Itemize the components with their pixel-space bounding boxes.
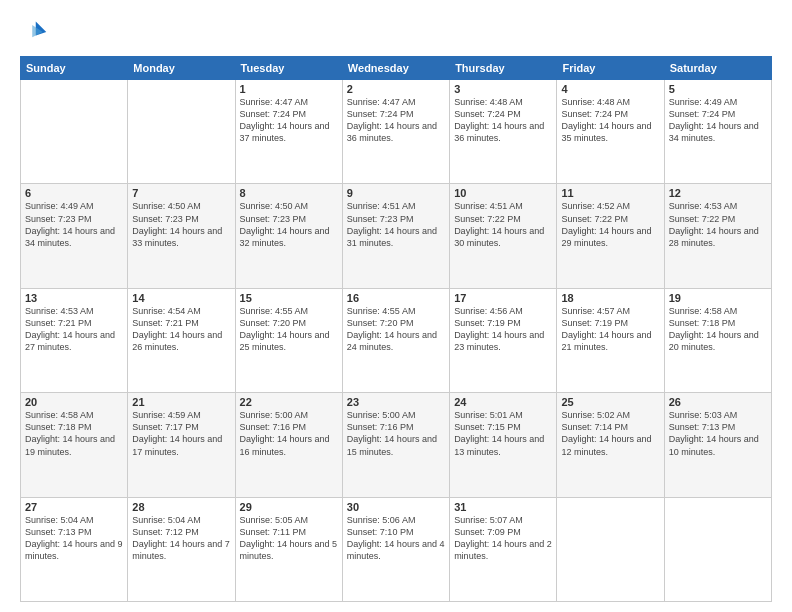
day-info: Sunrise: 4:55 AM Sunset: 7:20 PM Dayligh…	[240, 305, 338, 354]
day-cell: 20Sunrise: 4:58 AM Sunset: 7:18 PM Dayli…	[21, 393, 128, 497]
weekday-header-saturday: Saturday	[664, 57, 771, 80]
day-info: Sunrise: 4:57 AM Sunset: 7:19 PM Dayligh…	[561, 305, 659, 354]
day-number: 17	[454, 292, 552, 304]
day-number: 9	[347, 187, 445, 199]
day-cell: 4Sunrise: 4:48 AM Sunset: 7:24 PM Daylig…	[557, 80, 664, 184]
day-info: Sunrise: 4:53 AM Sunset: 7:21 PM Dayligh…	[25, 305, 123, 354]
day-number: 15	[240, 292, 338, 304]
weekday-header-wednesday: Wednesday	[342, 57, 449, 80]
day-number: 3	[454, 83, 552, 95]
day-number: 13	[25, 292, 123, 304]
day-info: Sunrise: 4:51 AM Sunset: 7:22 PM Dayligh…	[454, 200, 552, 249]
day-info: Sunrise: 4:49 AM Sunset: 7:23 PM Dayligh…	[25, 200, 123, 249]
day-info: Sunrise: 5:02 AM Sunset: 7:14 PM Dayligh…	[561, 409, 659, 458]
day-info: Sunrise: 4:47 AM Sunset: 7:24 PM Dayligh…	[347, 96, 445, 145]
day-info: Sunrise: 4:58 AM Sunset: 7:18 PM Dayligh…	[669, 305, 767, 354]
day-number: 30	[347, 501, 445, 513]
day-number: 18	[561, 292, 659, 304]
week-row-1: 1Sunrise: 4:47 AM Sunset: 7:24 PM Daylig…	[21, 80, 772, 184]
day-cell: 15Sunrise: 4:55 AM Sunset: 7:20 PM Dayli…	[235, 288, 342, 392]
day-number: 5	[669, 83, 767, 95]
day-info: Sunrise: 5:05 AM Sunset: 7:11 PM Dayligh…	[240, 514, 338, 563]
weekday-header-thursday: Thursday	[450, 57, 557, 80]
day-number: 4	[561, 83, 659, 95]
day-cell: 19Sunrise: 4:58 AM Sunset: 7:18 PM Dayli…	[664, 288, 771, 392]
day-number: 31	[454, 501, 552, 513]
day-info: Sunrise: 4:50 AM Sunset: 7:23 PM Dayligh…	[132, 200, 230, 249]
day-cell: 3Sunrise: 4:48 AM Sunset: 7:24 PM Daylig…	[450, 80, 557, 184]
day-number: 23	[347, 396, 445, 408]
day-info: Sunrise: 5:01 AM Sunset: 7:15 PM Dayligh…	[454, 409, 552, 458]
day-number: 27	[25, 501, 123, 513]
day-info: Sunrise: 5:06 AM Sunset: 7:10 PM Dayligh…	[347, 514, 445, 563]
day-info: Sunrise: 4:48 AM Sunset: 7:24 PM Dayligh…	[454, 96, 552, 145]
day-number: 7	[132, 187, 230, 199]
day-info: Sunrise: 4:51 AM Sunset: 7:23 PM Dayligh…	[347, 200, 445, 249]
week-row-2: 6Sunrise: 4:49 AM Sunset: 7:23 PM Daylig…	[21, 184, 772, 288]
day-number: 28	[132, 501, 230, 513]
day-number: 14	[132, 292, 230, 304]
day-number: 2	[347, 83, 445, 95]
logo-icon	[20, 18, 48, 46]
day-cell: 25Sunrise: 5:02 AM Sunset: 7:14 PM Dayli…	[557, 393, 664, 497]
calendar-table: SundayMondayTuesdayWednesdayThursdayFrid…	[20, 56, 772, 602]
day-cell: 26Sunrise: 5:03 AM Sunset: 7:13 PM Dayli…	[664, 393, 771, 497]
day-cell: 30Sunrise: 5:06 AM Sunset: 7:10 PM Dayli…	[342, 497, 449, 601]
day-info: Sunrise: 4:48 AM Sunset: 7:24 PM Dayligh…	[561, 96, 659, 145]
page: SundayMondayTuesdayWednesdayThursdayFrid…	[0, 0, 792, 612]
day-number: 21	[132, 396, 230, 408]
day-cell: 8Sunrise: 4:50 AM Sunset: 7:23 PM Daylig…	[235, 184, 342, 288]
header	[20, 18, 772, 46]
week-row-5: 27Sunrise: 5:04 AM Sunset: 7:13 PM Dayli…	[21, 497, 772, 601]
day-cell: 6Sunrise: 4:49 AM Sunset: 7:23 PM Daylig…	[21, 184, 128, 288]
day-cell: 22Sunrise: 5:00 AM Sunset: 7:16 PM Dayli…	[235, 393, 342, 497]
day-info: Sunrise: 4:50 AM Sunset: 7:23 PM Dayligh…	[240, 200, 338, 249]
day-cell: 23Sunrise: 5:00 AM Sunset: 7:16 PM Dayli…	[342, 393, 449, 497]
day-cell: 12Sunrise: 4:53 AM Sunset: 7:22 PM Dayli…	[664, 184, 771, 288]
day-number: 16	[347, 292, 445, 304]
weekday-header-row: SundayMondayTuesdayWednesdayThursdayFrid…	[21, 57, 772, 80]
day-number: 29	[240, 501, 338, 513]
day-info: Sunrise: 5:03 AM Sunset: 7:13 PM Dayligh…	[669, 409, 767, 458]
day-info: Sunrise: 5:07 AM Sunset: 7:09 PM Dayligh…	[454, 514, 552, 563]
day-cell	[21, 80, 128, 184]
day-info: Sunrise: 5:00 AM Sunset: 7:16 PM Dayligh…	[347, 409, 445, 458]
day-cell: 5Sunrise: 4:49 AM Sunset: 7:24 PM Daylig…	[664, 80, 771, 184]
week-row-4: 20Sunrise: 4:58 AM Sunset: 7:18 PM Dayli…	[21, 393, 772, 497]
day-cell	[664, 497, 771, 601]
day-cell: 2Sunrise: 4:47 AM Sunset: 7:24 PM Daylig…	[342, 80, 449, 184]
day-number: 11	[561, 187, 659, 199]
day-info: Sunrise: 4:54 AM Sunset: 7:21 PM Dayligh…	[132, 305, 230, 354]
day-number: 1	[240, 83, 338, 95]
day-cell: 31Sunrise: 5:07 AM Sunset: 7:09 PM Dayli…	[450, 497, 557, 601]
day-cell	[557, 497, 664, 601]
week-row-3: 13Sunrise: 4:53 AM Sunset: 7:21 PM Dayli…	[21, 288, 772, 392]
day-number: 20	[25, 396, 123, 408]
day-info: Sunrise: 4:53 AM Sunset: 7:22 PM Dayligh…	[669, 200, 767, 249]
day-info: Sunrise: 4:47 AM Sunset: 7:24 PM Dayligh…	[240, 96, 338, 145]
day-info: Sunrise: 4:55 AM Sunset: 7:20 PM Dayligh…	[347, 305, 445, 354]
day-cell: 28Sunrise: 5:04 AM Sunset: 7:12 PM Dayli…	[128, 497, 235, 601]
day-number: 22	[240, 396, 338, 408]
day-number: 24	[454, 396, 552, 408]
day-info: Sunrise: 4:59 AM Sunset: 7:17 PM Dayligh…	[132, 409, 230, 458]
weekday-header-monday: Monday	[128, 57, 235, 80]
day-cell: 24Sunrise: 5:01 AM Sunset: 7:15 PM Dayli…	[450, 393, 557, 497]
day-info: Sunrise: 5:00 AM Sunset: 7:16 PM Dayligh…	[240, 409, 338, 458]
day-cell: 1Sunrise: 4:47 AM Sunset: 7:24 PM Daylig…	[235, 80, 342, 184]
day-info: Sunrise: 4:52 AM Sunset: 7:22 PM Dayligh…	[561, 200, 659, 249]
weekday-header-tuesday: Tuesday	[235, 57, 342, 80]
day-cell: 18Sunrise: 4:57 AM Sunset: 7:19 PM Dayli…	[557, 288, 664, 392]
day-cell: 17Sunrise: 4:56 AM Sunset: 7:19 PM Dayli…	[450, 288, 557, 392]
day-cell: 13Sunrise: 4:53 AM Sunset: 7:21 PM Dayli…	[21, 288, 128, 392]
logo	[20, 18, 52, 46]
day-cell: 16Sunrise: 4:55 AM Sunset: 7:20 PM Dayli…	[342, 288, 449, 392]
day-number: 19	[669, 292, 767, 304]
day-info: Sunrise: 5:04 AM Sunset: 7:12 PM Dayligh…	[132, 514, 230, 563]
day-cell	[128, 80, 235, 184]
day-info: Sunrise: 4:56 AM Sunset: 7:19 PM Dayligh…	[454, 305, 552, 354]
day-cell: 14Sunrise: 4:54 AM Sunset: 7:21 PM Dayli…	[128, 288, 235, 392]
day-cell: 21Sunrise: 4:59 AM Sunset: 7:17 PM Dayli…	[128, 393, 235, 497]
day-number: 12	[669, 187, 767, 199]
day-cell: 9Sunrise: 4:51 AM Sunset: 7:23 PM Daylig…	[342, 184, 449, 288]
